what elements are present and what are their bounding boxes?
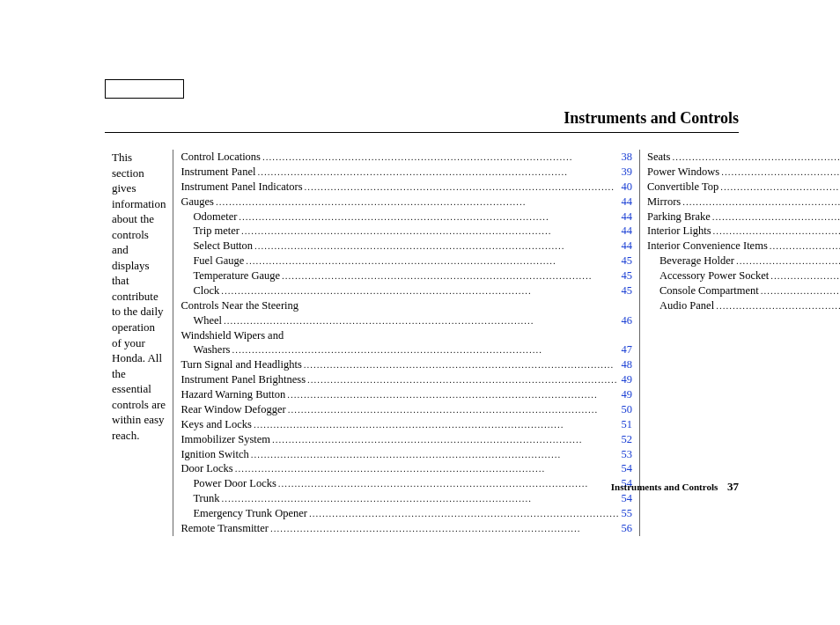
toc-page-link[interactable]: 46 — [621, 313, 632, 328]
toc-label: Fuel Gauge — [193, 254, 244, 268]
toc-page-link[interactable]: 50 — [621, 402, 632, 417]
toc-entry: Keys and Locks51 — [181, 417, 632, 432]
toc-entry: Mirrors66 — [647, 195, 840, 210]
toc-leader-dots — [719, 165, 840, 179]
column-toc-2: Seats58Power Windows59Convertible Top61M… — [640, 150, 840, 536]
toc-page-link[interactable]: 51 — [621, 417, 632, 432]
toc-label: Odometer — [193, 210, 237, 224]
toc-label: Temperature Gauge — [193, 268, 280, 283]
toc-entry: Interior Convenience Items69 — [647, 239, 840, 254]
toc-label: Beverage Holder — [659, 254, 734, 268]
footer-section-label: Instruments and Controls — [611, 482, 718, 492]
toc-leader-dots — [219, 492, 621, 505]
toc-label: Select Button — [193, 239, 253, 254]
toc-leader-dots — [276, 477, 622, 490]
toc-leader-dots — [681, 195, 840, 209]
toc-leader-dots — [734, 254, 840, 268]
toc-page-link[interactable]: 40 — [621, 180, 632, 195]
toc-label: Immobilizer System — [181, 432, 270, 447]
toc-entry-continuation: Wheel46 — [181, 313, 632, 328]
toc-page-link[interactable]: 45 — [621, 283, 632, 298]
toc-leader-dots — [280, 269, 621, 283]
intro-text: This section gives information about the… — [112, 150, 166, 443]
toc-page-link[interactable]: 44 — [621, 224, 632, 239]
toc-label: Console Compartment — [659, 283, 759, 298]
toc-label: Interior Lights — [647, 224, 711, 239]
toc-page-link[interactable]: 48 — [621, 357, 632, 372]
toc-entry: Trip meter44 — [181, 224, 632, 239]
toc-label: Turn Signal and Headlights — [181, 357, 301, 372]
toc-leader-dots — [768, 239, 840, 253]
toc-page-link[interactable]: 55 — [621, 506, 632, 521]
toc-page-link[interactable]: 56 — [621, 521, 632, 536]
toc-entry: Odometer44 — [181, 210, 632, 224]
toc-page-link[interactable]: 38 — [621, 150, 632, 165]
page-footer: Instruments and Controls 37 — [611, 480, 739, 494]
toc-page-link[interactable]: 44 — [621, 195, 632, 210]
toc-entry: Convertible Top61 — [647, 180, 840, 195]
toc-leader-dots — [233, 462, 622, 475]
toc-entry: Instrument Panel Brightness49 — [181, 372, 632, 387]
toc-entry: Seats58 — [647, 150, 840, 165]
toc-leader-dots — [222, 314, 621, 327]
content-columns: This section gives information about the… — [105, 150, 739, 536]
toc-leader-dots — [759, 284, 840, 298]
toc-entry: Instrument Panel Indicators40 — [181, 180, 632, 195]
toc-entry: Interior Lights68 — [647, 224, 840, 239]
toc-leader-dots — [711, 224, 840, 238]
toc-leader-dots — [306, 373, 621, 386]
toc-entry: Hazard Warning Button49 — [181, 387, 632, 402]
toc-entry: Instrument Panel39 — [181, 165, 632, 180]
toc-leader-dots — [239, 224, 621, 238]
toc-entry: Select Button44 — [181, 239, 632, 254]
toc-leader-dots — [230, 343, 621, 357]
toc-entry: Temperature Gauge45 — [181, 268, 632, 283]
toc-label: Gauges — [181, 195, 214, 210]
toc-label: Convertible Top — [647, 180, 718, 195]
toc-page-link[interactable]: 44 — [621, 210, 632, 224]
toc-entry: Gauges44 — [181, 195, 632, 210]
toc-label: Windshield Wipers and — [181, 328, 284, 343]
toc-label: Seats — [647, 150, 670, 165]
toc-page-link[interactable]: 49 — [621, 387, 632, 402]
toc-label: Rear Window Defogger — [181, 402, 285, 417]
toc-leader-dots — [249, 448, 622, 461]
toc-page-link[interactable]: 45 — [621, 254, 632, 268]
toc-leader-dots — [670, 151, 840, 164]
toc-entry: Audio Panel71 — [647, 298, 840, 313]
toc-page-link[interactable]: 52 — [621, 432, 632, 447]
toc-leader-dots — [255, 165, 621, 179]
toc-label: Accessory Power Socket — [659, 268, 769, 283]
toc-page-link[interactable]: 49 — [621, 372, 632, 387]
toc-label: Interior Convenience Items — [647, 239, 768, 254]
toc-page-link[interactable]: 45 — [621, 268, 632, 283]
toc-entry: Door Locks54 — [181, 461, 632, 476]
toc-label: Emergency Trunk Opener — [193, 506, 307, 521]
toc-leader-dots — [214, 195, 622, 209]
toc-label: Door Locks — [181, 461, 232, 476]
toc-label: Power Windows — [647, 165, 719, 180]
toc-leader-dots — [244, 254, 621, 268]
toc-leader-dots — [237, 210, 621, 224]
toc-label: Instrument Panel Indicators — [181, 180, 302, 195]
toc-page-link[interactable]: 53 — [621, 447, 632, 462]
toc-entry: Control Locations38 — [181, 150, 632, 165]
column-toc-1: Control Locations38Instrument Panel39Ins… — [173, 150, 640, 536]
header-placeholder-box — [105, 79, 184, 99]
toc-page-link[interactable]: 54 — [621, 461, 632, 476]
toc-leader-dots — [718, 180, 840, 194]
toc-entry: Console Compartment70 — [647, 283, 840, 298]
toc-leader-dots — [711, 210, 840, 224]
toc-entry: Controls Near the Steering — [181, 298, 632, 313]
toc-label: Clock — [193, 283, 219, 298]
toc-entry: Fuel Gauge45 — [181, 254, 632, 268]
toc-leader-dots — [307, 507, 622, 520]
toc-entry: Trunk54 — [181, 491, 632, 506]
toc-page-link[interactable]: 39 — [621, 165, 632, 180]
toc-page-link[interactable]: 44 — [621, 239, 632, 254]
toc-label: Instrument Panel Brightness — [181, 372, 306, 387]
toc-entry: Accessory Power Socket70 — [647, 268, 840, 283]
toc-page-link[interactable]: 47 — [621, 342, 632, 357]
toc-leader-dots — [303, 180, 622, 194]
toc-leader-dots — [252, 418, 622, 431]
